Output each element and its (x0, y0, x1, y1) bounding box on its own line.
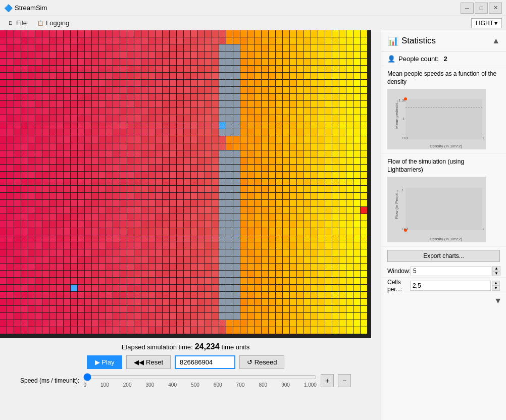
chart2-inner (406, 188, 482, 230)
bottom-controls: Elapsed simulation time: 24,234 time uni… (0, 338, 371, 390)
title-bar-left: 🔷 StreamSim (4, 4, 47, 12)
simulation-canvas[interactable] (0, 30, 371, 338)
maximize-button[interactable]: □ (475, 3, 488, 14)
stats-scroll-bottom: ▼ (381, 294, 506, 307)
speed-slider-container: 0 100 200 300 400 500 600 700 800 900 1.… (83, 373, 317, 388)
tick-900: 900 (281, 382, 290, 388)
window-spinner-down[interactable]: ▼ (492, 271, 500, 276)
elapsed-value: 24,234 (195, 342, 220, 351)
chart2-title: Flow of the simulation (using Lightbarri… (387, 158, 500, 174)
tick-800: 800 (259, 382, 267, 388)
theme-label: LIGHT (476, 20, 493, 27)
close-button[interactable]: ✕ (489, 3, 502, 14)
chart1-data-dot (404, 97, 407, 100)
reset-button[interactable]: ◀◀ Reset (126, 355, 171, 369)
speed-slider[interactable] (83, 373, 317, 381)
chart2-area: Flow (in Peopl... 1 0 Density (in 1/m^2)… (387, 177, 486, 242)
chart1-y-zero: 0 (402, 136, 404, 140)
playback-row: ▶ Play ◀◀ Reset ↺ Reseed (87, 355, 285, 369)
theme-arrow: ▾ (494, 20, 497, 27)
main-layout: Elapsed simulation time: 24,234 time uni… (0, 30, 506, 420)
speed-ticks: 0 100 200 300 400 500 600 700 800 900 1.… (83, 382, 317, 388)
people-count-row: 👤 People count: 2 (381, 52, 506, 66)
speed-label: Speed (ms / timeunit): (20, 377, 79, 384)
tick-0: 0 (83, 382, 86, 388)
elapsed-row: Elapsed simulation time: 24,234 time uni… (122, 342, 249, 351)
statistics-icon: 📊 (387, 35, 398, 46)
seed-input[interactable] (175, 355, 235, 369)
chart1-y-label: Mean pedestri... (387, 89, 406, 139)
chart1-section: Mean people speeds as a function of the … (381, 66, 506, 154)
tick-600: 600 (214, 382, 222, 388)
speed-minus-button[interactable]: − (338, 374, 351, 387)
export-charts-button[interactable]: Export charts... (387, 250, 500, 262)
statistics-panel: 📊 Statistics ▲ 👤 People count: 2 Mean pe… (381, 30, 506, 420)
chart1-area: Mean pedestri... 1.386 1 0 Density (in 1… (387, 89, 486, 149)
title-bar: 🔷 StreamSim ─ □ ✕ (0, 0, 506, 16)
chart2-section: Flow of the simulation (using Lightbarri… (381, 154, 506, 247)
file-icon: 🗋 (7, 20, 14, 27)
window-input[interactable] (411, 266, 491, 276)
logging-menu[interactable]: 📋 Logging (34, 18, 72, 28)
stats-scroll-down-button[interactable]: ▼ (494, 296, 502, 305)
speed-row: Speed (ms / timeunit): 0 100 200 300 400… (0, 373, 371, 388)
app-title: StreamSim (15, 4, 47, 12)
chart1-title: Mean people speeds as a function of the … (387, 70, 500, 86)
play-label: ▶ Play (95, 358, 115, 366)
statistics-title: 📊 Statistics (387, 35, 436, 46)
tick-400: 400 (168, 382, 177, 388)
logging-icon: 📋 (37, 20, 44, 27)
chart1-x-zero: 0 (406, 136, 408, 140)
chart1-x-label: Density (in 1/m^2) (406, 144, 486, 148)
cells-input[interactable] (410, 281, 491, 291)
file-menu[interactable]: 🗋 File (4, 18, 30, 28)
people-count-label: People count: (398, 55, 439, 63)
chart1-dashed-line (406, 107, 482, 108)
window-setting-row: Window: ▲ ▼ (381, 265, 506, 278)
simulation-area: Elapsed simulation time: 24,234 time uni… (0, 30, 381, 420)
elapsed-label: Elapsed simulation time: (122, 343, 193, 351)
play-button[interactable]: ▶ Play (87, 355, 123, 369)
statistics-title-text: Statistics (401, 36, 436, 46)
tick-200: 200 (123, 382, 132, 388)
theme-button[interactable]: LIGHT ▾ (471, 18, 502, 28)
window-label: Window: (387, 268, 411, 275)
cells-spinner: ▲ ▼ (492, 281, 500, 291)
cells-setting-row: Cells per...: ▲ ▼ (381, 278, 506, 294)
tick-1000: 1.000 (304, 382, 317, 388)
canvas-container (0, 30, 371, 338)
app-icon: 🔷 (4, 4, 13, 12)
elapsed-unit: time units (222, 343, 250, 351)
logging-menu-label: Logging (46, 19, 69, 27)
statistics-header: 📊 Statistics ▲ (381, 30, 506, 52)
chart1-x-one: 1 (482, 136, 484, 140)
chart1-y-mid: 1 (402, 117, 404, 121)
stats-scroll-up-button[interactable]: ▲ (492, 36, 500, 45)
tick-500: 500 (191, 382, 199, 388)
reset-label: ◀◀ Reset (134, 358, 163, 366)
menu-bar: 🗋 File 📋 Logging LIGHT ▾ (0, 16, 506, 30)
people-icon: 👤 (387, 55, 395, 63)
people-count-value: 2 (444, 55, 447, 63)
window-spinner-up[interactable]: ▲ (492, 266, 500, 271)
speed-plus-button[interactable]: + (321, 374, 334, 387)
chart2-y-label: Flow (in Peopl... (387, 177, 406, 232)
chart2-y-top: 1 (401, 188, 403, 192)
tick-300: 300 (146, 382, 155, 388)
tick-700: 700 (236, 382, 245, 388)
cells-spinner-down[interactable]: ▼ (492, 286, 500, 291)
chart2-x-one: 1 (482, 227, 484, 231)
file-menu-label: File (16, 19, 27, 27)
reseed-label: ↺ Reseed (247, 358, 277, 366)
chart2-x-zero: 0 (406, 227, 408, 231)
window-spinner: ▲ ▼ (492, 266, 500, 276)
reseed-button[interactable]: ↺ Reseed (239, 355, 284, 369)
title-bar-controls: ─ □ ✕ (461, 3, 502, 14)
tick-100: 100 (100, 382, 109, 388)
minimize-button[interactable]: ─ (461, 3, 474, 14)
cells-spinner-up[interactable]: ▲ (492, 281, 500, 286)
cells-label: Cells per...: (387, 279, 410, 293)
chart1-inner (406, 99, 482, 139)
chart2-x-label: Density (in 1/m^2) (406, 237, 486, 241)
